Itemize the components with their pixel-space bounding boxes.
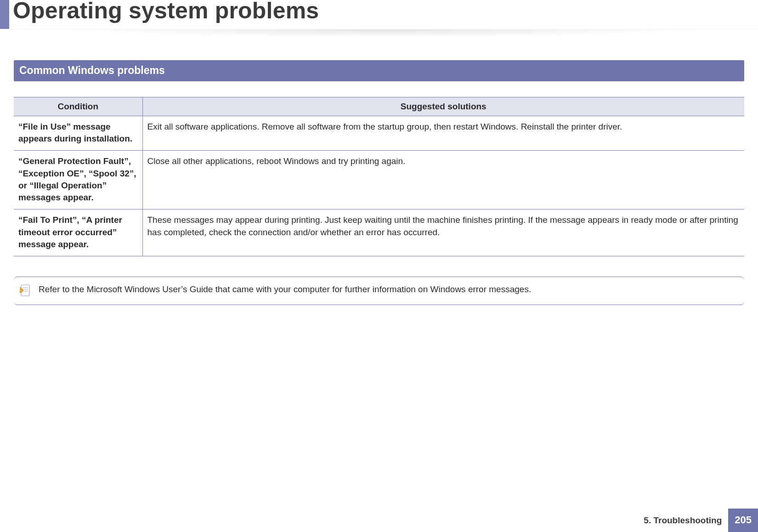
problems-table: Condition Suggested solutions “File in U…	[14, 97, 744, 256]
cell-condition: “File in Use” message appears during ins…	[14, 116, 142, 151]
page-content: Common Windows problems Condition Sugges…	[0, 39, 758, 305]
cell-solution: Close all other applications, reboot Win…	[142, 151, 744, 209]
title-underline-shadow	[9, 29, 758, 37]
title-accent-box	[0, 0, 9, 29]
table-row: “Fail To Print”, “A printer timeout erro…	[14, 209, 744, 256]
table-row: “File in Use” message appears during ins…	[14, 116, 744, 151]
page-title-bar: Operating system problems	[0, 0, 758, 39]
footer-chapter-label: 5. Troubleshooting	[637, 509, 728, 532]
cell-condition: “General Protection Fault”, “Exception O…	[14, 151, 142, 209]
cell-solution: These messages may appear during printin…	[142, 209, 744, 256]
page-footer: 5. Troubleshooting 205	[637, 509, 758, 532]
footer-page-number: 205	[728, 509, 758, 532]
col-header-condition: Condition	[14, 97, 142, 116]
note-box: Refer to the Microsoft Windows User’s Gu…	[14, 277, 744, 305]
note-icon	[19, 284, 31, 296]
section-heading: Common Windows problems	[14, 60, 744, 81]
page-title: Operating system problems	[13, 0, 319, 24]
note-text: Refer to the Microsoft Windows User’s Gu…	[39, 284, 531, 294]
cell-solution: Exit all software applications. Remove a…	[142, 116, 744, 151]
col-header-solutions: Suggested solutions	[142, 97, 744, 116]
table-header-row: Condition Suggested solutions	[14, 97, 744, 116]
table-row: “General Protection Fault”, “Exception O…	[14, 151, 744, 209]
cell-condition: “Fail To Print”, “A printer timeout erro…	[14, 209, 142, 256]
